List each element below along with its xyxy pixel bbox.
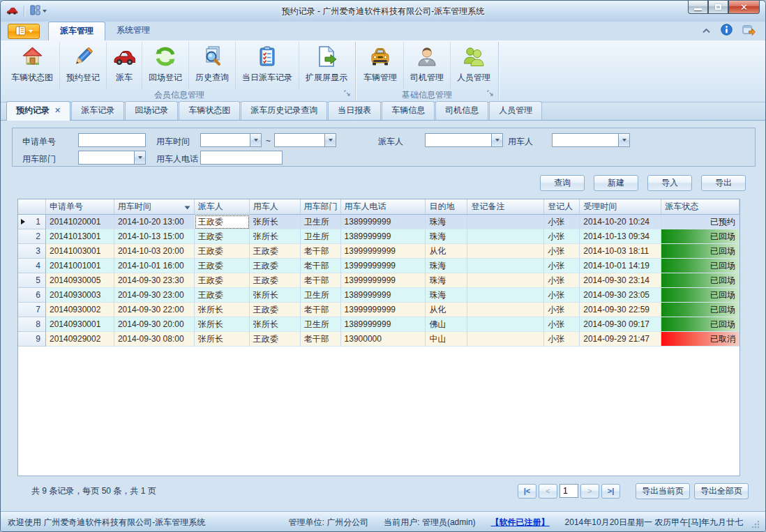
column-header-status[interactable]: 派车状态: [661, 199, 739, 215]
layout-menu-button[interactable]: [30, 5, 47, 17]
table-row[interactable]: 8201409300012014-09-30 20:00张所长张所长卫生所138…: [18, 317, 739, 332]
cell-accept-time[interactable]: 2014-10-13 09:34: [580, 229, 661, 244]
cell-registrar[interactable]: 小张: [544, 229, 580, 244]
cell-department[interactable]: 卫生所: [301, 288, 341, 303]
sort-filter-icon[interactable]: [184, 202, 190, 212]
cell-department[interactable]: 老干部: [301, 273, 341, 288]
ribbon-tab-system[interactable]: 系统管理: [105, 22, 161, 40]
cell-status[interactable]: 已取消: [661, 332, 739, 347]
table-row[interactable]: 5201409300052014-09-30 23:30王政委王政委老干部139…: [18, 273, 739, 288]
combo-drop-button[interactable]: [491, 133, 503, 147]
cell-registrar[interactable]: 小张: [544, 332, 580, 347]
ribbon-button-today-dispatch-records[interactable]: 当日派车记录: [236, 42, 299, 89]
cell-destination[interactable]: 珠海: [426, 273, 467, 288]
row-number-cell[interactable]: 5: [18, 273, 46, 288]
ribbon-button-history-query[interactable]: 历史查询: [189, 42, 236, 89]
cell-use-time[interactable]: 2014-09-30 08:00: [114, 332, 195, 347]
cell-dispatcher[interactable]: 王政委: [195, 229, 250, 244]
cell-destination[interactable]: 珠海: [426, 259, 467, 273]
restore-button[interactable]: [708, 1, 728, 14]
doc-tab-driver-info[interactable]: 司机信息: [435, 101, 488, 120]
ribbon-button-driver-management[interactable]: 司机管理: [404, 42, 451, 89]
cell-remark[interactable]: [467, 244, 544, 259]
cell-remark[interactable]: [467, 317, 544, 332]
cell-status[interactable]: 已回场: [661, 259, 739, 273]
cell-destination[interactable]: 中山: [426, 332, 467, 347]
table-row[interactable]: 7201409300022014-09-30 22:00张所长王政委老干部139…: [18, 303, 739, 317]
cell-status[interactable]: 已回场: [661, 244, 739, 259]
ribbon-button-vehicle-management[interactable]: 车辆管理: [357, 42, 404, 89]
cell-registrar[interactable]: 小张: [544, 317, 580, 332]
ribbon-button-reservation-register[interactable]: 预约登记: [60, 42, 107, 89]
column-header-accept-time[interactable]: 受理时间: [580, 199, 661, 215]
cell-destination[interactable]: 珠海: [426, 288, 467, 303]
cell-accept-time[interactable]: 2014-09-29 21:47: [580, 332, 661, 347]
row-number-cell[interactable]: 7: [18, 303, 46, 317]
combo-drop-button[interactable]: [250, 133, 262, 147]
cell-use-time[interactable]: 2014-10-03 20:00: [114, 244, 195, 259]
cell-request-no[interactable]: 20140930003: [46, 288, 114, 303]
column-header-user[interactable]: 用车人: [250, 199, 301, 215]
cell-dispatcher[interactable]: 王政委: [195, 273, 250, 288]
export-button[interactable]: 导出: [701, 175, 746, 191]
column-header-remark[interactable]: 登记备注: [467, 199, 544, 215]
cell-department[interactable]: 卫生所: [301, 229, 341, 244]
cell-request-no[interactable]: 20141001001: [46, 259, 114, 273]
about-icon[interactable]: [742, 24, 756, 38]
column-header-registrar[interactable]: 登记人: [544, 199, 580, 215]
export-current-page-button[interactable]: 导出当前页: [636, 483, 690, 499]
cell-user[interactable]: 张所长: [250, 288, 301, 303]
cell-destination[interactable]: 从化: [426, 244, 467, 259]
ribbon-button-extended-screen[interactable]: 扩展屏显示: [299, 42, 354, 89]
query-button[interactable]: 查询: [540, 175, 585, 191]
column-header-dispatcher[interactable]: 派车人: [195, 199, 250, 215]
cell-accept-time[interactable]: 2014-09-30 23:14: [580, 273, 661, 288]
import-button[interactable]: 导入: [647, 175, 692, 191]
cell-destination[interactable]: 珠海: [426, 215, 467, 229]
cell-accept-time[interactable]: 2014-10-01 14:19: [580, 259, 661, 273]
cell-remark[interactable]: [467, 288, 544, 303]
cell-user[interactable]: 张所长: [250, 215, 301, 229]
user-combo[interactable]: [552, 133, 630, 147]
cell-registrar[interactable]: 小张: [544, 303, 580, 317]
cell-use-time[interactable]: 2014-09-30 20:00: [114, 317, 195, 332]
cell-status[interactable]: 已回场: [661, 317, 739, 332]
cell-department[interactable]: 老干部: [301, 244, 341, 259]
pager-last-button[interactable]: >|: [601, 484, 620, 499]
column-header-destination[interactable]: 目的地: [426, 199, 467, 215]
cell-remark[interactable]: [467, 215, 544, 229]
combo-drop-button[interactable]: [324, 133, 336, 147]
cell-phone[interactable]: 13999999999: [341, 244, 426, 259]
cell-request-no[interactable]: 20141020001: [46, 215, 114, 229]
cell-remark[interactable]: [467, 332, 544, 347]
cell-phone[interactable]: 13999999999: [341, 303, 426, 317]
cell-phone[interactable]: 1389999999: [341, 317, 426, 332]
cell-use-time[interactable]: 2014-09-30 23:00: [114, 288, 195, 303]
row-number-cell[interactable]: 8: [18, 317, 46, 332]
cell-phone[interactable]: 13999999999: [341, 273, 426, 288]
row-number-cell[interactable]: 9: [18, 332, 46, 347]
column-header-request-no[interactable]: 申请单号: [46, 199, 114, 215]
table-row[interactable]: 9201409290022014-09-30 08:00张所长王政委老干部139…: [18, 332, 739, 347]
use-time-from-combo[interactable]: [200, 133, 262, 147]
cell-user[interactable]: 王政委: [250, 303, 301, 317]
cell-department[interactable]: 卫生所: [301, 215, 341, 229]
cell-accept-time[interactable]: 2014-10-03 18:11: [580, 244, 661, 259]
column-header-phone[interactable]: 用车人电话: [341, 199, 426, 215]
row-number-cell[interactable]: 6: [18, 288, 46, 303]
use-time-to-combo[interactable]: [274, 133, 336, 147]
column-header-department[interactable]: 用车部门: [301, 199, 341, 215]
application-menu-button[interactable]: [8, 24, 40, 39]
ribbon-tab-dispatch[interactable]: 派车管理: [48, 22, 105, 40]
cell-registrar[interactable]: 小张: [544, 215, 580, 229]
department-combo[interactable]: [78, 151, 146, 165]
table-row[interactable]: 4201410010012014-10-01 16:00王政委王政委老干部139…: [18, 259, 739, 273]
row-number-cell[interactable]: 4: [18, 259, 46, 273]
cell-dispatcher[interactable]: 王政委: [195, 215, 250, 229]
cell-dispatcher[interactable]: 张所长: [195, 332, 250, 347]
cell-remark[interactable]: [467, 229, 544, 244]
cell-phone[interactable]: 13999999999: [341, 259, 426, 273]
tab-close-icon[interactable]: ✕: [54, 107, 61, 114]
ribbon-button-personnel-management[interactable]: 人员管理: [451, 42, 497, 89]
cell-registrar[interactable]: 小张: [544, 273, 580, 288]
